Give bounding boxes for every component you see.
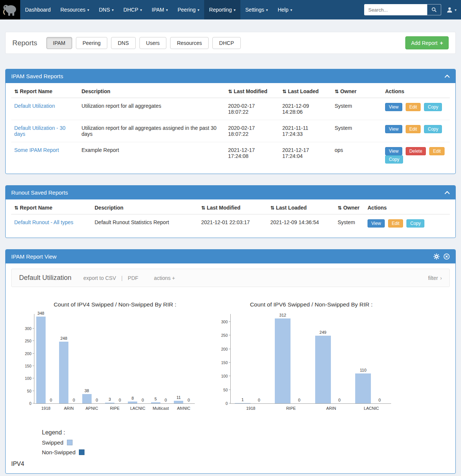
mammoth-logo-icon <box>0 0 20 19</box>
description-cell: Utilization report for all aggregates <box>79 98 225 120</box>
y-axis-tick-label: 200 <box>213 347 228 351</box>
nav-peering[interactable]: Peering▾ <box>173 0 204 19</box>
filter-toggle[interactable]: filter› <box>428 275 442 281</box>
settings-button[interactable] <box>433 253 440 260</box>
bar-swipped-apnic <box>82 394 92 403</box>
view-button[interactable]: View <box>385 125 402 133</box>
bar-value-label: 0 <box>182 398 195 402</box>
col-description: Description <box>92 200 198 214</box>
edit-button[interactable]: Edit <box>406 103 421 111</box>
copy-button[interactable]: Copy <box>424 103 442 111</box>
y-axis-tick-mark <box>229 390 231 390</box>
col-owner[interactable]: ⇅Owner <box>332 84 382 98</box>
export-pdf-link[interactable]: PDF <box>128 275 138 281</box>
x-axis-category-label: LACNIC <box>356 406 387 411</box>
sort-icon[interactable]: ⇅ <box>228 89 232 94</box>
report-link[interactable]: Default Utilization <box>14 103 55 109</box>
view-button[interactable]: View <box>385 103 402 111</box>
chevron-down-icon: ▾ <box>140 8 142 12</box>
tab-resources[interactable]: Resources <box>170 37 209 49</box>
runout-saved-reports-panel: Runout Saved Reports ⇅Report Name Descri… <box>5 185 456 238</box>
nav-ipam[interactable]: IPAM▾ <box>147 0 173 19</box>
edit-button[interactable]: Edit <box>406 125 421 133</box>
report-link[interactable]: Default Runout - All types <box>14 219 73 225</box>
sort-icon[interactable]: ⇅ <box>270 205 274 211</box>
description-cell: Example Report <box>79 142 225 169</box>
tab-ipam[interactable]: IPAM <box>46 37 72 49</box>
y-axis-tick-label: 50 <box>213 388 228 392</box>
panel-title: Runout Saved Reports <box>11 189 68 196</box>
bar-value-label: 249 <box>317 330 329 335</box>
col-last-loaded[interactable]: ⇅Last Loaded <box>279 84 332 98</box>
chevron-down-icon: ▾ <box>266 8 268 12</box>
nav-label: Resources <box>61 7 86 13</box>
tab-dns[interactable]: DNS <box>111 37 136 49</box>
col-report-name[interactable]: ⇅Report Name <box>11 200 92 214</box>
bar-swipped-lacnic <box>128 402 137 403</box>
copy-button[interactable]: Copy <box>385 155 403 164</box>
col-owner[interactable]: ⇅Owner <box>335 200 365 214</box>
report-link[interactable]: Some IPAM Report <box>14 147 59 153</box>
sort-icon[interactable]: ⇅ <box>14 89 18 94</box>
bar-swipped-arin <box>59 342 68 403</box>
y-axis-tick-label: 300 <box>213 320 228 324</box>
bar-swipped-arin <box>315 336 331 403</box>
ipv6-chart: Count of IPV6 Swipped / Non-Swipped By R… <box>209 301 398 416</box>
bar-value-label: 0 <box>373 398 386 402</box>
nav-dns[interactable]: DNS▾ <box>94 0 119 19</box>
plus-icon: + <box>440 40 443 46</box>
search-button[interactable] <box>427 4 441 15</box>
collapse-button[interactable] <box>445 74 450 78</box>
bar-value-label: 312 <box>276 313 289 317</box>
ipam-report-view-header: IPAM Report View <box>6 250 455 263</box>
nav-dashboard[interactable]: Dashboard <box>20 0 56 19</box>
user-menu[interactable]: ▾ <box>446 7 457 13</box>
view-button[interactable]: View <box>368 219 385 228</box>
actions-menu[interactable]: actions + <box>154 275 175 281</box>
add-report-button[interactable]: Add Report+ <box>405 36 449 49</box>
edit-button[interactable]: Edit <box>388 219 403 228</box>
legend-title: Legend : <box>42 429 455 436</box>
col-last-modified[interactable]: ⇅Last Modified <box>225 84 279 98</box>
search-input[interactable] <box>364 4 427 15</box>
main-nav: Dashboard Resources▾ DNS▾ DHCP▾ IPAM▾ Pe… <box>20 0 297 19</box>
report-link[interactable]: Default Utilization - 30 days <box>14 125 65 137</box>
col-report-name[interactable]: ⇅Report Name <box>11 84 79 98</box>
sort-icon[interactable]: ⇅ <box>282 89 286 94</box>
nav-dhcp[interactable]: DHCP▾ <box>119 0 147 19</box>
owner-cell: System <box>332 120 382 142</box>
nav-label: Peering <box>178 7 196 13</box>
last-modified-cell: 2020-02-17 18:07:22 <box>225 120 279 142</box>
tab-users[interactable]: Users <box>139 37 167 49</box>
col-last-loaded[interactable]: ⇅Last Loaded <box>267 200 335 214</box>
view-button[interactable]: View <box>385 147 402 155</box>
collapse-button[interactable] <box>445 191 450 194</box>
chevron-down-icon: ▾ <box>112 8 114 12</box>
bar-value-label: 0 <box>90 398 103 402</box>
nav-settings[interactable]: Settings▾ <box>240 0 273 19</box>
sort-icon[interactable]: ⇅ <box>201 205 205 211</box>
delete-button[interactable]: Delete <box>406 147 426 155</box>
tab-dhcp[interactable]: DHCP <box>212 37 241 49</box>
nav-help[interactable]: Help▾ <box>273 0 297 19</box>
sort-icon[interactable]: ⇅ <box>338 205 342 211</box>
bar-value-label: 348 <box>34 311 47 315</box>
col-last-modified[interactable]: ⇅Last Modified <box>198 200 267 214</box>
bar-value-label: 110 <box>357 368 369 372</box>
edit-button[interactable]: Edit <box>429 147 445 155</box>
chevron-down-icon: ▾ <box>455 8 457 12</box>
export-csv-link[interactable]: export to CSV <box>83 275 116 281</box>
nav-resources[interactable]: Resources▾ <box>56 0 94 19</box>
sort-icon[interactable]: ⇅ <box>335 89 339 94</box>
bar-swipped-lacnic <box>355 373 371 403</box>
app-logo[interactable] <box>0 0 20 19</box>
copy-button[interactable]: Copy <box>406 219 424 228</box>
y-axis-tick-label: 250 <box>213 333 228 338</box>
actions-cell: View Edit Copy <box>382 98 450 120</box>
filter-label: filter <box>428 275 438 281</box>
sort-icon[interactable]: ⇅ <box>14 205 18 211</box>
nav-reporting[interactable]: Reporting▾ <box>204 0 240 19</box>
close-button[interactable] <box>443 253 450 260</box>
copy-button[interactable]: Copy <box>424 125 442 133</box>
tab-peering[interactable]: Peering <box>76 37 107 49</box>
